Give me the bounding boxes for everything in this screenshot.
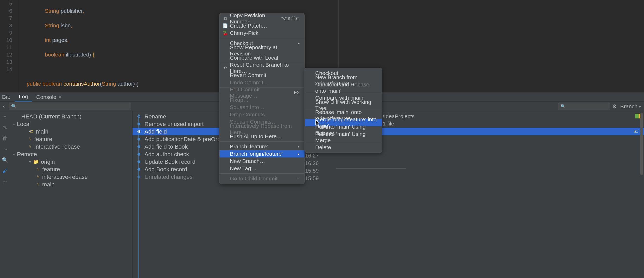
search-icon: 🔍 bbox=[560, 104, 566, 109]
undo-icon: ↶ bbox=[223, 65, 228, 71]
close-icon[interactable]: ✕ bbox=[58, 94, 62, 100]
commit-row[interactable]: Add field to Book bbox=[132, 143, 644, 150]
commit-search-input[interactable]: 🔍 bbox=[558, 103, 610, 110]
tab-console[interactable]: Console bbox=[32, 93, 60, 101]
menu-new-tag[interactable]: New Tag… bbox=[219, 165, 304, 172]
chevron-right-icon: ▸ bbox=[292, 152, 300, 156]
details-path: /IdeaProjects bbox=[383, 113, 415, 119]
submenu-delete[interactable]: Delete bbox=[305, 144, 382, 151]
patch-icon: 📄 bbox=[223, 23, 228, 29]
branch-icon: ⑂ bbox=[29, 144, 32, 149]
chevron-down-icon: ▾ bbox=[13, 122, 15, 126]
menu-reset-branch[interactable]: ↶Reset Current Branch to Here… bbox=[219, 64, 304, 72]
arrow-left-icon: ← bbox=[290, 176, 300, 181]
menu-copy-revision[interactable]: ⧉Copy Revision Number⌥⇧⌘C bbox=[219, 15, 304, 22]
commit-row[interactable]: Update Book record bbox=[132, 158, 644, 166]
tree-origin[interactable]: ▾📁origin bbox=[10, 158, 132, 166]
commit-time: 16:27 bbox=[305, 153, 319, 159]
commit-row[interactable]: Unrelated changes bbox=[132, 173, 644, 181]
remote-main[interactable]: ⑂main bbox=[10, 181, 132, 188]
menu-branch-origin-feature[interactable]: Branch 'origin/feature'▸ bbox=[219, 150, 304, 157]
commit-time: 15:59 bbox=[305, 175, 319, 181]
menu-goto-child: Go to Child Commit← bbox=[219, 175, 304, 182]
side-toolbar: + ✎ 🗑 ⤳ 🔍 🖌 ☆ bbox=[0, 111, 10, 278]
branch-submenu: Checkout New Branch from 'origin/feature… bbox=[305, 68, 382, 153]
folder-icon: 📁 bbox=[33, 159, 39, 165]
back-icon[interactable]: ‹ bbox=[0, 104, 8, 109]
commit-row[interactable]: Add publicationDate & preOrder check bbox=[132, 135, 644, 143]
branch-main[interactable]: 🏷main bbox=[10, 128, 132, 135]
trash-icon[interactable]: 🗑 bbox=[2, 135, 8, 141]
branch-icon: ⑂ bbox=[37, 167, 40, 172]
menu-create-patch[interactable]: 📄Create Patch… bbox=[219, 22, 304, 29]
tag-icon: 🏷 bbox=[29, 129, 33, 134]
menu-push-all[interactable]: Push All up to Here… bbox=[219, 133, 304, 140]
editor-gutter: 567891011121314 bbox=[0, 0, 17, 92]
chevron-down-icon: ▾ bbox=[29, 160, 31, 164]
menu-undo-commit: Undo Commit… bbox=[219, 79, 304, 86]
submenu-checkout-rebase[interactable]: Checkout and Rebase onto 'main' bbox=[305, 84, 382, 91]
search-icon[interactable]: 🔍 bbox=[2, 157, 8, 163]
scrollbar[interactable] bbox=[640, 113, 643, 175]
chevron-down-icon: ▾ bbox=[13, 152, 15, 156]
menu-show-repo[interactable]: Show Repository at Revision bbox=[219, 47, 304, 54]
menu-fixup: Fixup… bbox=[219, 96, 304, 104]
star-icon[interactable]: ☆ bbox=[3, 179, 7, 185]
commit-row[interactable]: Add Book record bbox=[132, 166, 644, 173]
commit-row[interactable]: Add field🏷 o bbox=[132, 128, 644, 135]
menu-compare-local[interactable]: Compare with Local bbox=[219, 54, 304, 61]
menu-new-branch[interactable]: New Branch… bbox=[219, 157, 304, 165]
menu-revert[interactable]: Revert Commit bbox=[219, 72, 304, 79]
menu-branch-feature[interactable]: Branch 'feature'▸ bbox=[219, 143, 304, 150]
menu-squash-into: Squash Into… bbox=[219, 104, 304, 111]
copy-icon: ⧉ bbox=[223, 16, 228, 21]
submenu-pull-merge[interactable]: Pull into 'main' Using Merge bbox=[305, 134, 382, 141]
tree-local[interactable]: ▾Local bbox=[10, 120, 132, 128]
menu-cherry-pick[interactable]: 🍒Cherry-Pick bbox=[219, 29, 304, 37]
menu-interactive-rebase: Interactively Rebase from Here… bbox=[219, 125, 304, 133]
pen-icon[interactable]: ✎ bbox=[3, 124, 7, 131]
tab-log[interactable]: Log bbox=[15, 92, 32, 102]
submenu-show-diff[interactable]: Show Diff with Working Tree bbox=[305, 102, 382, 109]
commit-list[interactable]: Rename Remove unused import Add field🏷 o… bbox=[132, 111, 644, 278]
tree-search-input[interactable]: 🔍 bbox=[9, 103, 131, 110]
commit-context-menu: ⧉Copy Revision Number⌥⇧⌘C 📄Create Patch…… bbox=[219, 13, 305, 184]
plus-icon[interactable]: + bbox=[3, 114, 7, 120]
branch-filter-dropdown[interactable]: Branch▾ bbox=[620, 103, 641, 110]
gear-icon[interactable]: ⚙ bbox=[612, 103, 617, 110]
fold-bar bbox=[17, 0, 21, 92]
cherry-icon: 🍒 bbox=[223, 30, 228, 36]
svg-rect-0 bbox=[635, 114, 639, 118]
commit-time: 15:59 bbox=[305, 168, 319, 174]
commit-time: 16:26 bbox=[305, 160, 319, 166]
brush-icon[interactable]: 🖌 bbox=[2, 168, 8, 174]
branch-feature[interactable]: ⑂feature bbox=[10, 135, 132, 143]
tree-head[interactable]: HEAD (Current Branch) bbox=[10, 113, 132, 120]
chevron-right-icon: ▸ bbox=[292, 144, 300, 149]
commit-row[interactable]: Add author check bbox=[132, 150, 644, 158]
remote-feature[interactable]: ⑂feature bbox=[10, 166, 132, 173]
search-icon: 🔍 bbox=[11, 104, 17, 109]
chevron-down-icon: ▾ bbox=[639, 105, 641, 109]
branch-icon: ⑂ bbox=[37, 174, 40, 179]
branch-icon: ⑂ bbox=[37, 182, 40, 187]
git-label: Git: bbox=[2, 94, 10, 100]
branch-icon: ⑂ bbox=[29, 137, 32, 141]
tree-remote[interactable]: ▾Remote bbox=[10, 150, 132, 158]
menu-edit-message: Edit Commit Message…F2 bbox=[219, 89, 304, 96]
merge-icon[interactable]: ⤳ bbox=[3, 146, 7, 152]
remote-interactive-rebase[interactable]: ⑂interactive-rebase bbox=[10, 173, 132, 181]
branch-interactive-rebase[interactable]: ⑂interactive-rebase bbox=[10, 143, 132, 150]
details-file-count: 1 file bbox=[383, 121, 394, 127]
menu-drop: Drop Commits bbox=[219, 111, 304, 118]
branches-tree[interactable]: HEAD (Current Branch) ▾Local 🏷main ⑂feat… bbox=[10, 111, 132, 278]
